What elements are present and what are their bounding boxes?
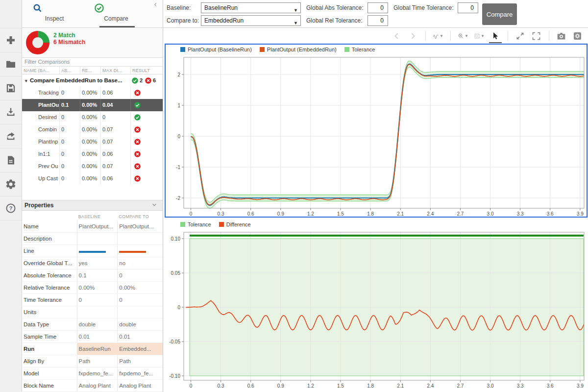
tab-compare[interactable]: Compare [94,2,139,22]
fit-view-button[interactable]: ▼ [474,30,485,41]
match-donut-chart [26,31,49,54]
svg-text:-0.05: -0.05 [169,339,180,344]
rel-cell: 0.00% [80,99,101,111]
open-button[interactable] [0,52,22,76]
preferences-button[interactable] [0,172,22,196]
global-time-tolerance-label: Global Time Tolerance: [393,4,454,11]
property-value [77,245,118,257]
property-row-run: RunBaselineRunEmbedded... [22,343,163,355]
cursor-button[interactable] [490,30,501,41]
svg-text:3.0: 3.0 [487,383,494,389]
svg-text:0.05: 0.05 [171,270,181,276]
result-cell [131,87,162,99]
column-header[interactable]: NAME (BA... [22,67,60,74]
signal-wave-button[interactable]: ▼ [433,30,443,41]
global-time-tolerance-input[interactable]: 0 [458,2,478,13]
table-row-plantinp[interactable]: PlantInp00.00%0.07 [22,136,163,148]
fullscreen-button[interactable] [531,30,542,41]
mismatch-icon [134,175,141,182]
legend-item: PlantOutput (BaselineRun) [180,47,252,52]
column-header[interactable]: RE... [80,67,101,74]
tree-expander-icon[interactable]: ▾ [25,75,30,87]
tab-inspect[interactable]: Inspect [32,2,77,22]
max-cell: 0 [101,111,131,123]
filter-comparisons-input[interactable]: Filter Comparisons [22,57,163,67]
table-row-desired[interactable]: Desired00.00%0 [22,111,163,123]
save-button[interactable] [0,76,22,100]
property-row-name: NamePlantOutput...PlantOutput... [22,220,163,233]
difference-plot[interactable]: 00.30.60.91.21.51.82.12.42.73.03.33.63.9… [165,231,588,392]
difference-chart[interactable]: ToleranceDifference 00.30.60.91.21.51.82… [165,219,588,392]
chevron-left-button[interactable] [392,30,402,41]
signal-comparison-plot[interactable]: 00.30.60.91.21.51.82.12.42.73.03.33.63.9… [166,55,587,217]
check-circle-icon [94,2,105,14]
compare-to-run-dropdown[interactable]: EmbeddedRun ▼ [201,15,301,26]
match-icon [134,114,141,121]
property-value: 0 [117,270,163,281]
expand-button[interactable] [515,30,526,41]
svg-text:1.2: 1.2 [307,211,314,217]
property-label: Name [22,220,77,232]
tab-inspect-label: Inspect [32,15,77,22]
compare-button[interactable]: Compare [482,3,517,25]
property-value: 0.00% [117,282,163,294]
chevron-right-icon [408,31,418,41]
table-row-up-cast[interactable]: Up Cast00.00%0.06 [22,172,163,185]
export-button[interactable] [0,124,22,148]
property-value: PlantOutput... [77,220,118,232]
chevron-down-icon[interactable] [151,201,158,208]
dropdown-caret-icon[interactable]: ▼ [465,34,468,38]
comparison-rows: Tracking00.00%0.06PlantOu0.10.00%0.04Des… [22,87,163,185]
svg-text:2.7: 2.7 [457,211,464,217]
global-abs-tolerance-label: Global Abs Tolerance: [306,4,364,11]
help-button[interactable]: ? [0,196,22,220]
svg-text:2.1: 2.1 [397,383,404,389]
table-row-combin[interactable]: Combin00.00%0.07 [22,123,163,136]
toolbar-separator [450,31,451,41]
property-row-time-tolerance: Time Tolerance00 [22,294,163,306]
svg-text:0: 0 [177,305,180,310]
comparison-group-row[interactable]: ▾Compare EmbeddedRun to Base... 2 6 [22,74,163,87]
collapse-panel-icon[interactable] [152,1,159,8]
svg-text:3.6: 3.6 [547,383,554,389]
match-icon [131,77,139,84]
abs-cell: 0 [60,111,80,123]
baseline-signal-line [191,64,585,205]
legend-swatch [260,47,265,52]
chart-settings-button[interactable] [572,30,583,41]
zoom-in-icon [458,31,464,41]
line-color-swatch [79,251,106,253]
new-button[interactable] [0,28,22,52]
name-cell: Up Cast [22,172,60,185]
dropdown-caret-icon[interactable]: ▼ [440,34,443,38]
property-value [117,233,163,245]
gear-icon [5,178,17,190]
global-abs-tolerance-input[interactable]: 0 [368,2,388,13]
property-label: Line [22,245,77,257]
property-row-absolute-tolerance: Absolute Tolerance0.10 [22,270,163,282]
chevron-right-button[interactable] [408,30,418,41]
table-row-in1-1[interactable]: In1:100.00%0.06 [22,148,163,160]
zoom-in-button[interactable]: ▼ [458,30,468,41]
dropdown-caret-icon[interactable]: ▼ [481,34,485,38]
baseline-run-dropdown[interactable]: BaselineRun ▼ [201,2,301,13]
selected-tab-indicator [99,26,135,27]
column-header[interactable]: MAX DI... [101,67,131,74]
table-row-tracking[interactable]: Tracking00.00%0.06 [22,87,163,99]
match-icon [134,101,141,109]
report-button[interactable] [0,148,22,172]
help-icon: ? [5,202,17,214]
column-header[interactable]: RESULT [131,67,162,74]
column-header[interactable]: AB... [60,67,80,74]
property-label: Model [22,368,77,379]
property-row-data-type: Data Typedoubledouble [22,318,163,331]
properties-header-bar[interactable]: Properties [22,200,163,211]
save-icon [5,82,17,94]
table-row-prev-ou[interactable]: Prev Ou00.00%0.07 [22,160,163,172]
import-button[interactable] [0,100,22,124]
global-rel-tolerance-input[interactable]: 0 [368,15,388,26]
signal-comparison-chart[interactable]: PlantOutput (BaselineRun)PlantOutput (Em… [165,44,588,218]
camera-button[interactable] [556,30,567,41]
check-circle-icon [94,2,139,14]
table-row-plantou[interactable]: PlantOu0.10.00%0.04 [22,99,163,111]
